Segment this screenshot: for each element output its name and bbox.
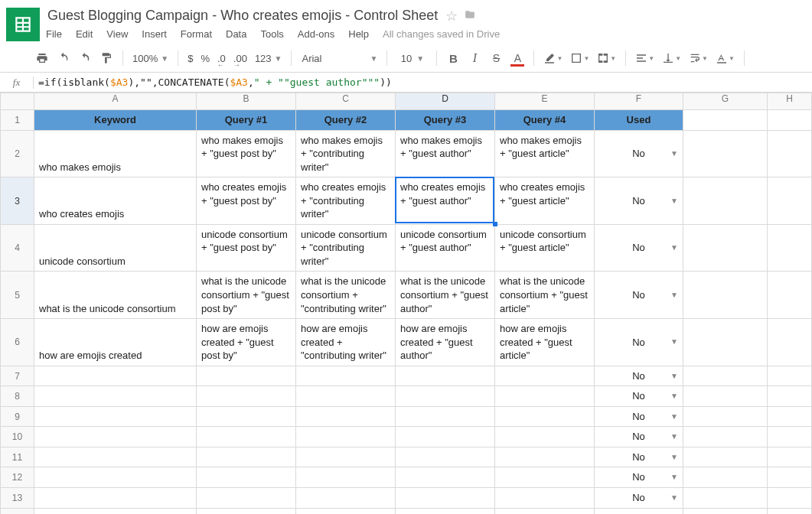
cell[interactable] <box>683 467 768 488</box>
cell[interactable] <box>683 488 768 509</box>
cell[interactable] <box>296 406 396 427</box>
cell[interactable] <box>495 447 595 467</box>
cell[interactable] <box>768 447 812 467</box>
cell[interactable] <box>768 427 812 447</box>
cell[interactable] <box>34 488 197 509</box>
cell[interactable] <box>34 427 197 447</box>
undo-icon[interactable] <box>57 50 70 66</box>
cell[interactable] <box>396 447 495 467</box>
format-currency-button[interactable]: $ <box>188 53 193 64</box>
cell[interactable]: unicode consortium + "guest article" <box>495 224 595 272</box>
cell[interactable]: who makes emojis + "guest author" <box>396 130 495 177</box>
cell[interactable] <box>296 386 396 407</box>
cell[interactable] <box>495 366 595 386</box>
cell[interactable]: how are emojis created + "contributing w… <box>296 319 396 366</box>
cell[interactable]: unicode consortium + "contributing write… <box>296 224 396 272</box>
cell[interactable] <box>495 427 595 447</box>
merge-cells-button[interactable]: ▼ <box>597 50 616 66</box>
cell[interactable] <box>683 447 768 467</box>
col-header-e[interactable]: E <box>495 93 595 110</box>
cell[interactable] <box>34 447 197 467</box>
italic-button[interactable]: I <box>468 50 481 66</box>
row-header[interactable]: 2 <box>1 130 34 177</box>
text-wrap-button[interactable]: ▼ <box>689 50 708 66</box>
cell[interactable] <box>197 447 296 467</box>
row-header[interactable]: 14 <box>1 508 34 514</box>
cell[interactable]: unicode consortium <box>34 224 197 272</box>
row-header[interactable]: 9 <box>1 406 34 427</box>
strikethrough-button[interactable]: S <box>489 50 503 66</box>
dropdown-arrow-icon[interactable]: ▼ <box>670 391 678 402</box>
cell[interactable] <box>296 488 396 509</box>
cell[interactable]: who creates emojis + "guest article" <box>495 177 595 225</box>
cell[interactable] <box>34 467 197 488</box>
cell[interactable]: Keyword <box>34 110 197 131</box>
cell[interactable]: No▼ <box>595 366 683 386</box>
row-header[interactable]: 13 <box>1 488 34 509</box>
cell[interactable] <box>197 508 296 514</box>
zoom-select[interactable]: 100% ▼ <box>132 53 168 64</box>
bold-button[interactable]: B <box>446 50 460 66</box>
cell[interactable] <box>683 427 768 447</box>
cell[interactable] <box>396 406 495 427</box>
cell[interactable] <box>495 467 595 488</box>
cell[interactable]: No▼ <box>595 508 683 514</box>
vertical-align-button[interactable]: ▼ <box>662 50 681 66</box>
cell[interactable]: what is the unicode consortium + "guest … <box>396 272 495 319</box>
cell[interactable]: who makes emojis + "guest post by" <box>197 130 296 177</box>
cell[interactable] <box>495 406 595 427</box>
cell[interactable]: No▼ <box>595 386 683 407</box>
col-header-h[interactable]: H <box>768 93 812 110</box>
menu-edit[interactable]: Edit <box>76 28 93 40</box>
cell[interactable]: what is the unicode consortium + "contri… <box>296 272 396 319</box>
decrease-decimal-button[interactable]: .0← <box>217 53 226 64</box>
cell[interactable] <box>768 224 812 272</box>
menu-help[interactable]: Help <box>348 28 369 40</box>
fill-color-button[interactable]: ▼ <box>543 50 563 66</box>
row-header[interactable]: 7 <box>1 366 34 386</box>
font-size-select[interactable]: 10 ▼ <box>396 53 427 64</box>
cell[interactable] <box>683 386 768 407</box>
menu-data[interactable]: Data <box>226 28 246 40</box>
cell[interactable] <box>768 406 812 427</box>
dropdown-arrow-icon[interactable]: ▼ <box>670 493 678 503</box>
cell[interactable] <box>34 406 197 427</box>
cell[interactable]: Query #2 <box>296 110 396 131</box>
cell[interactable] <box>296 366 396 386</box>
menu-view[interactable]: View <box>106 28 128 40</box>
cell[interactable] <box>495 488 595 509</box>
cell[interactable] <box>768 177 812 225</box>
cell[interactable]: No▼ <box>595 427 683 447</box>
print-icon[interactable] <box>35 50 49 66</box>
cell[interactable]: who creates emojis <box>34 177 197 225</box>
dropdown-arrow-icon[interactable]: ▼ <box>670 196 678 207</box>
cell[interactable] <box>197 406 296 427</box>
cell[interactable]: how are emojis created + "guest author" <box>396 319 495 366</box>
row-header[interactable]: 4 <box>1 224 34 272</box>
cell[interactable]: Query #3 <box>396 110 495 131</box>
cell[interactable]: No▼ <box>595 177 683 225</box>
cell[interactable] <box>296 447 396 467</box>
cell[interactable] <box>683 177 768 225</box>
cell[interactable] <box>768 272 812 319</box>
menu-addons[interactable]: Add-ons <box>298 28 334 40</box>
dropdown-arrow-icon[interactable]: ▼ <box>670 242 678 253</box>
sheets-logo[interactable] <box>6 8 40 41</box>
cell[interactable]: how are emojis created + "guest post by" <box>197 319 296 366</box>
menu-format[interactable]: Format <box>181 28 212 40</box>
cell[interactable] <box>197 488 296 509</box>
cell[interactable] <box>683 319 768 366</box>
dropdown-arrow-icon[interactable]: ▼ <box>670 452 678 463</box>
cell[interactable] <box>683 272 768 319</box>
cell[interactable]: No▼ <box>595 130 683 177</box>
cell[interactable] <box>495 508 595 514</box>
cell[interactable] <box>34 386 197 407</box>
cell[interactable]: what is the unicode consortium <box>34 272 197 319</box>
dropdown-arrow-icon[interactable]: ▼ <box>670 371 678 382</box>
redo-icon[interactable] <box>78 50 92 66</box>
cell[interactable] <box>768 508 812 514</box>
cell[interactable] <box>396 467 495 488</box>
cell[interactable] <box>296 508 396 514</box>
row-header[interactable]: 1 <box>1 110 34 131</box>
cell[interactable]: No▼ <box>595 319 683 366</box>
